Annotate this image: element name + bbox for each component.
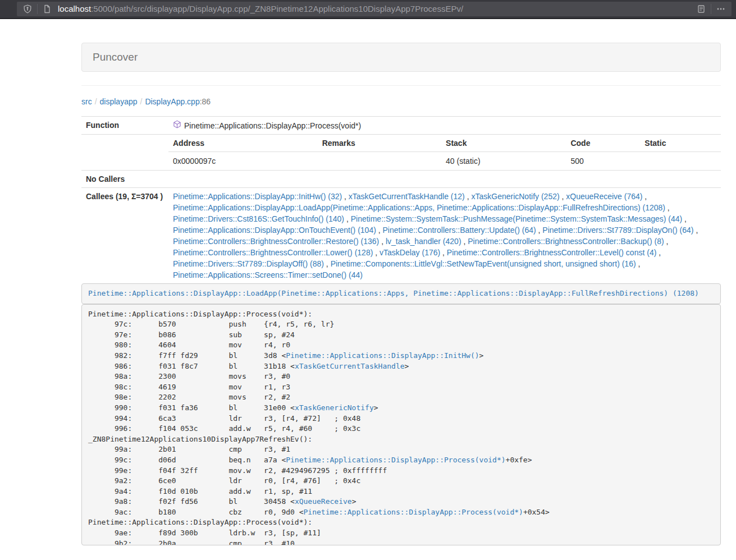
disasm-line: 9a2: 6ce0 ldr r0, [r4, #76] ; 0x4c xyxy=(88,476,714,486)
source-line-number: :86 xyxy=(200,97,211,106)
disasm-symbol-link[interactable]: xTaskGetCurrentTaskHandle xyxy=(295,362,405,370)
no-callers-label: No Callers xyxy=(81,171,168,188)
url-bar[interactable]: localhost:5000/path/src/displayapp/Displ… xyxy=(17,2,732,16)
disasm-line: 994: 6ca3 ldr r3, [r4, #72] ; 0x48 xyxy=(88,414,714,424)
disasm-line: 9b2: 2b0a cmp r3, #10 xyxy=(88,539,714,545)
callers-row: No Callers xyxy=(81,171,721,188)
callee-link[interactable]: Pinetime::Applications::DisplayApp::OnTo… xyxy=(173,226,376,235)
symbol-cube-icon xyxy=(173,120,181,131)
static-value xyxy=(640,152,721,171)
function-row: Function Pinetime::Applications::Display… xyxy=(81,117,721,135)
disasm-line: 98a: 2300 movs r3, #0 xyxy=(88,371,714,382)
page-title: Puncover xyxy=(93,51,710,64)
col-address: Address xyxy=(168,135,318,152)
callee-link[interactable]: Pinetime::Applications::DisplayApp::Init… xyxy=(173,192,342,201)
callee-link[interactable]: Pinetime::Controllers::BrightnessControl… xyxy=(173,248,373,257)
function-row-label: Function xyxy=(81,117,168,135)
stack-value: 40 (static) xyxy=(441,152,566,171)
col-remarks: Remarks xyxy=(318,135,441,152)
callee-link[interactable]: Pinetime::Drivers::Cst816S::GetTouchInfo… xyxy=(173,214,344,223)
callee-link[interactable]: lv_task_handler (420) xyxy=(386,237,461,246)
disasm-symbol-link[interactable]: Pinetime::Applications::DisplayApp::Proc… xyxy=(286,456,505,464)
breadcrumb-separator: / xyxy=(92,97,100,106)
page-info-icon[interactable] xyxy=(41,3,53,15)
disasm-line: Pinetime::Applications::DisplayApp::Proc… xyxy=(88,517,714,528)
breadcrumb-link[interactable]: src xyxy=(81,97,92,106)
breadcrumb-separator: / xyxy=(138,97,145,106)
app-header-panel: Puncover xyxy=(81,43,721,72)
disasm-line: 97c: b570 push {r4, r5, r6, lr} xyxy=(88,319,714,330)
col-static: Static xyxy=(640,135,721,152)
callee-link[interactable]: Pinetime::Controllers::BrightnessControl… xyxy=(447,248,656,257)
function-name: Pinetime::Applications::DisplayApp::Proc… xyxy=(184,120,361,131)
shield-icon[interactable] xyxy=(21,3,34,15)
function-table: Function Pinetime::Applications::Display… xyxy=(81,116,721,283)
disasm-line: 99a: 2b01 cmp r3, #1 xyxy=(88,444,714,455)
breadcrumb-link[interactable]: DisplayApp.cpp xyxy=(145,97,199,106)
stats-row: Address Remarks Stack Code Static 0x0000… xyxy=(81,135,721,171)
highlighted-callee-link[interactable]: Pinetime::Applications::DisplayApp::Load… xyxy=(88,289,699,297)
disassembly-listing: Pinetime::Applications::DisplayApp::Proc… xyxy=(81,304,721,545)
disasm-line: 99e: f04f 32ff mov.w r2, #4294967295 ; 0… xyxy=(88,466,714,476)
breadcrumb-link[interactable]: displayapp xyxy=(100,97,138,106)
browser-toolbar: localhost:5000/path/src/displayapp/Displ… xyxy=(0,0,736,19)
callee-link[interactable]: xTaskGetCurrentTaskHandle (12) xyxy=(349,192,465,201)
divider xyxy=(81,85,721,86)
callee-link[interactable]: vTaskDelay (176) xyxy=(380,248,440,257)
callees-list: Pinetime::Applications::DisplayApp::Init… xyxy=(168,188,721,284)
disasm-line: 98e: 2202 movs r2, #2 xyxy=(88,392,714,403)
callee-link[interactable]: Pinetime::Components::LittleVgl::SetNewT… xyxy=(331,259,636,268)
callee-link[interactable]: Pinetime::Applications::DisplayApp::Load… xyxy=(173,203,665,212)
disasm-line: 9a8: f02f fd56 bl 30458 <xQueueReceive> xyxy=(88,497,714,507)
urlbar-separator xyxy=(37,4,38,14)
disasm-line: 980: 4604 mov r4, r0 xyxy=(88,340,714,351)
address-value: 0x0000097c xyxy=(168,152,318,171)
callee-link[interactable]: Pinetime::System::SystemTask::PushMessag… xyxy=(351,214,683,223)
breadcrumb: src/displayapp/DisplayApp.cpp:86 xyxy=(81,96,721,107)
callee-link[interactable]: xQueueReceive (764) xyxy=(566,192,642,201)
disasm-line: _ZN8Pinetime12Applications10DisplayApp7R… xyxy=(88,434,714,445)
urlbar-separator xyxy=(711,4,711,14)
stats-header-row: Address Remarks Stack Code Static xyxy=(168,135,721,152)
disasm-line: 9ac: b180 cbz r0, 9d0 <Pinetime::Applica… xyxy=(88,507,714,518)
disasm-line: 99c: d06d beq.n a7a <Pinetime::Applicati… xyxy=(88,455,714,466)
disasm-line: 9a4: f10d 010b add.w r1, sp, #11 xyxy=(88,486,714,497)
disasm-line: 990: f031 fa36 bl 31e00 <xTaskGenericNot… xyxy=(88,403,714,414)
callee-link[interactable]: Pinetime::Applications::Screens::Timer::… xyxy=(173,270,363,279)
disasm-symbol-link[interactable]: Pinetime::Applications::DisplayApp::Proc… xyxy=(304,508,523,516)
disasm-line: Pinetime::Applications::DisplayApp::Proc… xyxy=(88,309,714,320)
callee-link[interactable]: xTaskGenericNotify (252) xyxy=(471,192,559,201)
disasm-line: 98c: 4619 mov r1, r3 xyxy=(88,382,714,393)
disasm-symbol-link[interactable]: Pinetime::Applications::DisplayApp::Init… xyxy=(286,351,479,360)
callee-link[interactable]: Pinetime::Drivers::St7789::DisplayOff() … xyxy=(173,259,324,268)
callees-label: Callees (19, Σ=3704 ) xyxy=(81,188,168,284)
page-content: Puncover src/displayapp/DisplayApp.cpp:8… xyxy=(81,43,721,545)
callees-row: Callees (19, Σ=3704 ) Pinetime::Applicat… xyxy=(81,188,721,284)
disasm-line: 982: f7ff fd29 bl 3d8 <Pinetime::Applica… xyxy=(88,351,714,361)
url-path: :5000/path/src/displayapp/DisplayApp.cpp… xyxy=(91,4,463,13)
col-stack: Stack xyxy=(441,135,566,152)
disasm-line: 9ae: f89d 300b ldrb.w r3, [sp, #11] xyxy=(88,528,714,539)
disasm-symbol-link[interactable]: xTaskGenericNotify xyxy=(295,403,374,412)
reader-mode-icon[interactable] xyxy=(695,3,707,15)
url-host: localhost xyxy=(58,4,91,13)
disasm-line: 97e: b086 sub sp, #24 xyxy=(88,330,714,341)
code-size-value: 500 xyxy=(566,152,640,171)
stats-table: Address Remarks Stack Code Static 0x0000… xyxy=(168,135,721,170)
disasm-symbol-link[interactable]: xQueueReceive xyxy=(295,497,352,506)
callee-link[interactable]: Pinetime::Controllers::BrightnessControl… xyxy=(468,237,664,246)
page-actions-menu-icon[interactable] xyxy=(715,3,727,15)
url-text[interactable]: localhost:5000/path/src/displayapp/Displ… xyxy=(58,3,695,15)
callee-link[interactable]: Pinetime::Controllers::Battery::Update()… xyxy=(383,226,536,235)
callee-link[interactable]: Pinetime::Drivers::St7789::DisplayOn() (… xyxy=(542,226,693,235)
disasm-line: 986: f031 f8c7 bl 31b18 <xTaskGetCurrent… xyxy=(88,361,714,372)
remarks-value xyxy=(318,152,441,171)
disasm-line: 996: f104 053c add.w r5, r4, #60 ; 0x3c xyxy=(88,424,714,434)
highlighted-callee-box: Pinetime::Applications::DisplayApp::Load… xyxy=(81,283,721,304)
col-code: Code xyxy=(566,135,640,152)
callee-link[interactable]: Pinetime::Controllers::BrightnessControl… xyxy=(173,237,379,246)
stats-value-row: 0x0000097c 40 (static) 500 xyxy=(168,152,721,171)
